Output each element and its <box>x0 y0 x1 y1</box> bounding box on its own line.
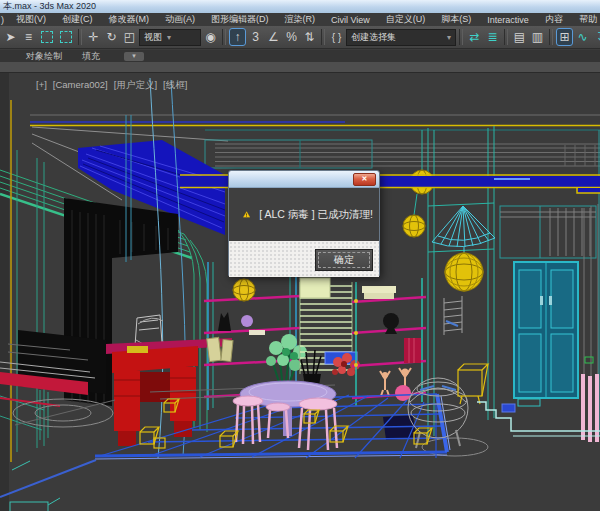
select-and-rotate-icon[interactable]: ↻ <box>103 28 120 46</box>
select-by-name-icon[interactable]: ≡ <box>20 28 37 46</box>
viewport-shading-menu[interactable]: [线框] <box>163 79 187 92</box>
viewport-user-defined-menu[interactable]: [用户定义] <box>114 79 157 92</box>
message-dialog: ✕ [ ALC 病毒 ] 已成功清理! 确定 <box>228 170 380 276</box>
window-title: 本.max - 3ds Max 2020 <box>3 1 96 11</box>
toolbar-separator <box>78 29 82 45</box>
menu-item-modifiers[interactable]: 修改器(M) <box>101 13 158 26</box>
close-icon[interactable]: ✕ <box>353 173 376 186</box>
viewport-pov-menu[interactable]: [Camera002] <box>53 79 108 92</box>
curve-editor-icon[interactable]: ∿ <box>574 28 591 46</box>
chevron-down-icon: ▾ <box>167 33 171 42</box>
named-selection-dropdown[interactable]: 创建选择集 ▾ <box>346 29 456 46</box>
percent-snap-icon[interactable]: % <box>283 28 300 46</box>
ribbon-tab-bar: 对象绘制 填充 ▾ <box>0 50 600 62</box>
viewport-left-strip <box>0 72 9 511</box>
menu-item-scripting[interactable]: 脚本(S) <box>433 13 479 26</box>
scene-explorer-icon[interactable]: ▤ <box>511 28 528 46</box>
dialog-message: [ ALC 病毒 ] 已成功清理! <box>259 208 373 222</box>
menu-item-graph-editors[interactable]: 图形编辑器(D) <box>203 13 277 26</box>
main-toolbar: ➤ ≡ ✛ ↻ ◰ 视图 ▾ ◉ ↑ 3 ∠ % ⇅ { } 创建选择集 ▾ ⇄… <box>0 26 600 49</box>
viewport-scene[interactable] <box>0 72 600 511</box>
align-icon[interactable]: ≣ <box>484 28 501 46</box>
layer-explorer-icon[interactable]: ▥ <box>529 28 546 46</box>
menu-item-view[interactable]: 视图(V) <box>8 13 54 26</box>
dialog-body: [ ALC 病毒 ] 已成功清理! <box>229 188 379 241</box>
ribbon-minimize-icon[interactable]: ▾ <box>124 52 144 61</box>
selection-region-icon[interactable] <box>41 31 53 43</box>
menu-item-clipped[interactable]: ) <box>0 15 8 25</box>
reference-coordinate-value: 视图 <box>144 31 162 44</box>
spinner-snap-icon[interactable]: ⇅ <box>301 28 318 46</box>
menu-item-content[interactable]: 内容 <box>537 13 571 26</box>
toolbar-separator <box>549 29 553 45</box>
ribbon-collapsed-strip <box>0 62 600 73</box>
snap-3d-icon[interactable]: 3 <box>247 28 264 46</box>
select-and-move-icon[interactable]: ✛ <box>85 28 102 46</box>
toolbar-separator <box>222 29 226 45</box>
menu-item-civil-view[interactable]: Civil View <box>323 15 378 25</box>
ok-button[interactable]: 确定 <box>315 249 373 271</box>
toolbar-separator <box>321 29 325 45</box>
toolbar-separator <box>459 29 463 45</box>
menu-item-animation[interactable]: 动画(A) <box>157 13 203 26</box>
named-selection-sets-icon[interactable]: { } <box>328 28 345 46</box>
menu-item-help[interactable]: 帮助 <box>571 13 600 26</box>
snap-toggle-icon[interactable]: ↑ <box>229 28 246 46</box>
use-pivot-center-icon[interactable]: ◉ <box>202 28 219 46</box>
warning-icon <box>243 202 250 227</box>
named-selection-value: 创建选择集 <box>351 31 442 44</box>
select-object-icon[interactable]: ➤ <box>2 28 19 46</box>
tab-object-paint[interactable]: 对象绘制 <box>0 50 72 63</box>
menu-item-create[interactable]: 创建(C) <box>54 13 101 26</box>
mirror-icon[interactable]: ⇄ <box>466 28 483 46</box>
toolbar-separator <box>504 29 508 45</box>
viewport-label: [+] [Camera002] [用户定义] [线框] <box>36 79 187 92</box>
menu-item-interactive[interactable]: Interactive <box>479 15 537 25</box>
menu-bar: ) 视图(V) 创建(C) 修改器(M) 动画(A) 图形编辑器(D) 渲染(R… <box>0 13 600 26</box>
window-titlebar[interactable]: 本.max - 3ds Max 2020 <box>0 0 600 13</box>
chevron-down-icon: ▾ <box>447 33 451 42</box>
viewport-general-menu[interactable]: [+] <box>36 79 47 92</box>
ribbon-toggle-icon[interactable]: ⊞ <box>556 28 573 46</box>
menu-item-customize[interactable]: 自定义(U) <box>378 13 434 26</box>
menu-item-rendering[interactable]: 渲染(R) <box>277 13 324 26</box>
select-and-scale-icon[interactable]: ◰ <box>121 28 138 46</box>
dialog-footer: 确定 <box>229 241 379 277</box>
reference-coordinate-dropdown[interactable]: 视图 ▾ <box>139 29 201 46</box>
window-crossing-icon[interactable] <box>60 31 72 43</box>
wardrobe[interactable] <box>514 262 578 398</box>
tab-populate[interactable]: 填充 <box>72 50 110 63</box>
dialog-titlebar[interactable]: ✕ <box>229 171 379 188</box>
render-setup-icon[interactable]: ↧ <box>592 28 600 46</box>
angle-snap-icon[interactable]: ∠ <box>265 28 282 46</box>
